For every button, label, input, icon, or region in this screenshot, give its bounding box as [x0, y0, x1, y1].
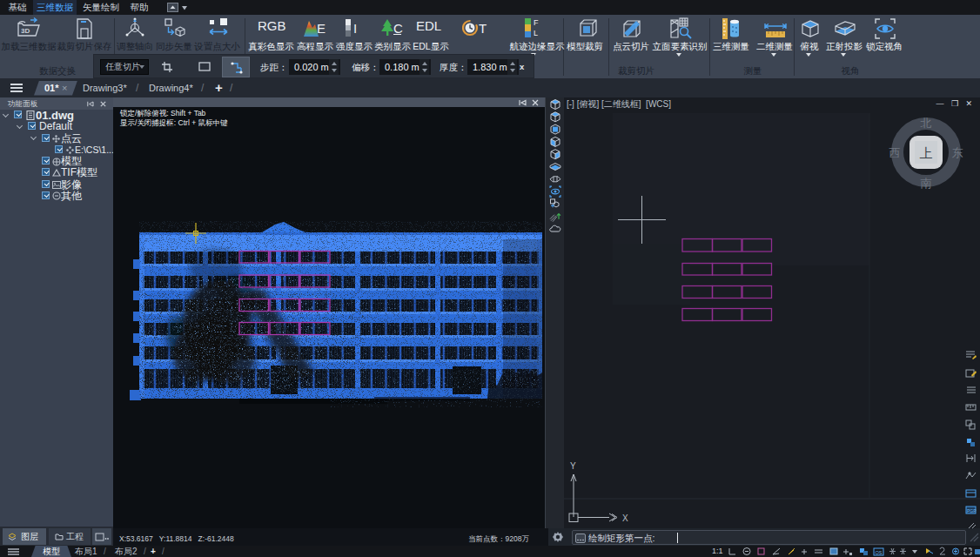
- svg-text:C: C: [393, 21, 403, 36]
- svg-text:南: 南: [921, 177, 932, 190]
- svg-text:3D: 3D: [21, 27, 30, 35]
- svg-text:T: T: [479, 21, 487, 36]
- svg-text:OS: OS: [876, 550, 883, 555]
- svg-text:RGB: RGB: [258, 18, 286, 33]
- svg-text:北: 北: [921, 117, 932, 130]
- svg-text:F: F: [534, 18, 539, 27]
- svg-text:Y: Y: [570, 461, 576, 471]
- svg-text:东: 东: [952, 146, 963, 159]
- svg-text:L: L: [534, 29, 538, 37]
- svg-text:X: X: [622, 513, 628, 523]
- svg-text:上: 上: [920, 145, 933, 160]
- svg-text:I: I: [353, 21, 357, 36]
- svg-text:PGP: PGP: [967, 508, 977, 513]
- svg-text:EDL: EDL: [416, 18, 441, 33]
- svg-text:E: E: [317, 21, 326, 36]
- svg-text:西: 西: [889, 146, 901, 159]
